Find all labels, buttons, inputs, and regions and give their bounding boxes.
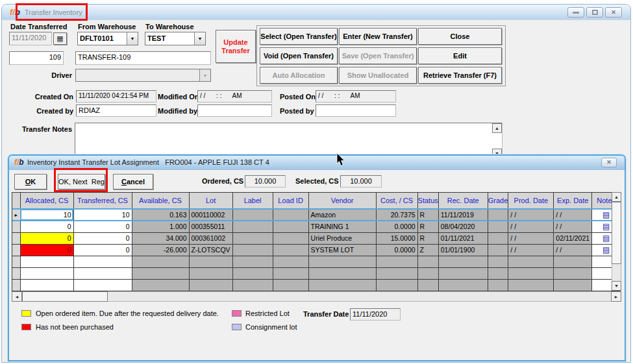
cell-transferred[interactable] — [73, 279, 132, 291]
cell-vendor[interactable]: Amazon — [308, 209, 376, 221]
grid-scroll-right-button[interactable]: ► — [611, 291, 621, 302]
cell-prod_date[interactable] — [508, 256, 554, 267]
cell-allocated[interactable] — [20, 256, 73, 267]
driver-select[interactable]: ▼ — [75, 69, 211, 82]
cell-status[interactable]: Z — [417, 244, 438, 256]
cell-allocated[interactable] — [20, 279, 73, 291]
cell-exp_date[interactable] — [554, 279, 592, 291]
cell-cost[interactable] — [376, 267, 417, 279]
cell-grade[interactable] — [488, 279, 508, 291]
ok-button[interactable]: OK — [14, 174, 47, 189]
cell-label[interactable] — [232, 267, 273, 279]
cell-lot[interactable] — [189, 267, 232, 279]
cell-rec_date[interactable] — [438, 256, 488, 267]
cell-load_id[interactable] — [273, 244, 308, 256]
cell-exp_date[interactable]: 02/11/2021 — [554, 232, 592, 244]
grid-header-available[interactable]: Available, CS — [132, 193, 189, 209]
cell-prod_date[interactable]: / / — [508, 244, 554, 256]
cell-label[interactable] — [232, 221, 273, 232]
transfer-notes-textarea[interactable] — [75, 123, 503, 159]
cell-vendor[interactable] — [308, 256, 376, 267]
grid-scroll-up-button[interactable]: ▲ — [612, 192, 621, 202]
grid-hscroll-thumb[interactable] — [22, 291, 108, 302]
cell-grade[interactable] — [488, 221, 508, 232]
cell-exp_date[interactable] — [554, 256, 592, 267]
cell-rec_date[interactable]: 08/04/2020 — [438, 221, 488, 232]
cell-allocated[interactable]: 10 — [20, 209, 73, 221]
cell-status[interactable]: R — [417, 209, 438, 221]
cell-prod_date[interactable] — [508, 267, 554, 279]
cell-load_id[interactable] — [273, 256, 308, 267]
cell-allocated[interactable]: 0 — [20, 244, 73, 256]
show-unallocated-button[interactable]: Show Unallocated — [339, 67, 417, 84]
update-transfer-button[interactable]: Update Transfer — [216, 30, 256, 63]
grid-header-exp_date[interactable]: Exp. Date — [554, 193, 592, 209]
cell-cost[interactable]: 0.0000 — [376, 221, 417, 232]
cell-label[interactable] — [232, 279, 273, 291]
grid-header-vendor[interactable]: Vendor — [308, 193, 376, 209]
cell-load_id[interactable] — [273, 232, 308, 244]
cell-available[interactable]: 34.000 — [132, 232, 189, 244]
cell-lot[interactable]: 000355011 — [189, 221, 232, 232]
cell-grade[interactable] — [488, 209, 508, 221]
cell-rec_date[interactable]: 01/11/2021 — [438, 232, 488, 244]
cell-exp_date[interactable]: / / — [554, 209, 592, 221]
save-open-transfer-button[interactable]: Save (Open Transfer) — [339, 47, 417, 64]
grid-header-prod_date[interactable]: Prod. Date — [508, 193, 554, 209]
grid-scroll-left-button[interactable]: ◄ — [12, 291, 22, 302]
cell-lot[interactable]: 000110002 — [189, 209, 232, 221]
cell-available[interactable]: -26.000 — [132, 244, 189, 256]
cell-vendor[interactable]: Uriel Produce — [308, 232, 376, 244]
cell-grade[interactable] — [488, 267, 508, 279]
cell-transferred[interactable]: 10 — [73, 209, 132, 221]
note-icon[interactable]: ▤ — [602, 222, 610, 231]
cell-label[interactable] — [232, 209, 273, 221]
grid-header-rec_date[interactable]: Rec. Date — [438, 193, 488, 209]
cell-lot[interactable]: 000361002 — [189, 232, 232, 244]
transfer-name-field[interactable]: TRANSFER-109 — [75, 51, 211, 65]
cell-status[interactable]: R — [417, 232, 438, 244]
cell-allocated[interactable]: 0 — [20, 232, 73, 244]
enter-new-transfer-button[interactable]: Enter (New Transfer) — [339, 28, 417, 45]
cell-prod_date[interactable] — [508, 279, 554, 291]
cell-cost[interactable] — [376, 279, 417, 291]
cell-transferred[interactable] — [73, 267, 132, 279]
cancel-button[interactable]: Cancel — [113, 174, 153, 189]
cell-cost[interactable] — [376, 256, 417, 267]
cell-prod_date[interactable]: / / — [508, 232, 554, 244]
dialog-close-button[interactable]: ✕ — [601, 158, 617, 167]
cell-exp_date[interactable] — [554, 267, 592, 279]
cell-lot[interactable]: Z-LOTSCQV — [189, 244, 232, 256]
maximize-button[interactable] — [586, 7, 603, 18]
grid-header-allocated[interactable]: Allocated, CS — [20, 193, 73, 209]
cell-exp_date[interactable]: / / — [554, 244, 592, 256]
cell-grade[interactable] — [488, 244, 508, 256]
cell-allocated[interactable]: 0 — [20, 221, 73, 232]
note-icon[interactable]: ▤ — [602, 245, 610, 254]
edit-button[interactable]: Edit — [418, 47, 502, 64]
cell-grade[interactable] — [488, 256, 508, 267]
cell-rec_date[interactable] — [438, 267, 488, 279]
cell-status[interactable] — [417, 279, 438, 291]
transfer-number-field[interactable]: 109 — [9, 51, 64, 65]
row-selector[interactable] — [12, 221, 20, 232]
cell-transferred[interactable]: 0 — [73, 221, 132, 232]
date-transferred-field[interactable]: 11/11/2020 — [9, 32, 52, 45]
grid-header-cost[interactable]: Cost, / CS — [376, 193, 417, 209]
retrieve-transfer-button[interactable]: Retrieve Transfer (F7) — [418, 67, 502, 84]
chevron-down-icon[interactable]: ▼ — [194, 32, 205, 45]
cell-load_id[interactable] — [273, 267, 308, 279]
calendar-button[interactable]: ▦ — [53, 32, 67, 45]
cell-available[interactable]: 1.000 — [132, 221, 189, 232]
select-open-transfer-button[interactable]: Select (Open Transfer) — [260, 28, 338, 45]
cell-lot[interactable] — [189, 256, 232, 267]
cell-vendor[interactable] — [308, 267, 376, 279]
cell-grade[interactable] — [488, 232, 508, 244]
close-transfer-button[interactable]: Close — [418, 28, 502, 45]
grid-scroll-down-button[interactable]: ▼ — [612, 281, 621, 291]
grid-header-status[interactable]: Status — [417, 193, 438, 209]
cell-lot[interactable] — [189, 279, 232, 291]
auto-allocation-button[interactable]: Auto Allocation — [260, 67, 338, 84]
grid-header-grade[interactable]: Grade — [488, 193, 508, 209]
chevron-down-icon[interactable]: ▼ — [127, 32, 138, 45]
